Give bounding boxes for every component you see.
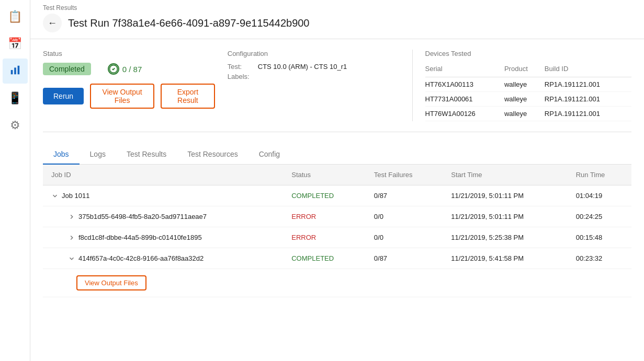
job-failures: 0/87 [366, 185, 443, 206]
job-status: ERROR [283, 206, 366, 227]
child-job-id-text: 375b1d55-6498-4fb5-8a20-5ad9711aeae7 [78, 213, 207, 220]
status-row: Completed 0 / 87 [43, 63, 215, 75]
job-status: COMPLETED [283, 185, 366, 206]
job-start-time: 11/21/2019, 5:01:11 PM [443, 185, 567, 206]
sidebar-item-calendar[interactable]: 📅 [3, 31, 28, 56]
view-output-cell: View Output Files [43, 269, 631, 297]
child-job-id-text: 414f657a-4c0c-42c8-9166-aa76f8aa32d2 [78, 254, 204, 262]
expand-button[interactable] [68, 234, 78, 241]
phone-icon: 📱 [8, 92, 22, 104]
jobs-table-section: Job ID Status Test Failures Start Time R… [43, 165, 631, 297]
device-serial: HT76X1A00113 [425, 77, 504, 92]
col-job-id: Job ID [43, 165, 283, 185]
tabs: Jobs Logs Test Results Test Resources Co… [43, 145, 631, 165]
action-buttons: Rerun View Output Files Export Result [43, 84, 215, 109]
col-start-time: Start Time [443, 165, 567, 185]
devices-table-row: HT76X1A00113 walleye RP1A.191121.001 [425, 77, 632, 92]
check-circle-icon [108, 63, 119, 75]
col-run-time: Run Time [568, 165, 631, 185]
check-count-text: 0 / 87 [122, 65, 142, 74]
sidebar-item-settings[interactable]: ⚙ [3, 113, 28, 138]
expand-button[interactable] [51, 192, 62, 200]
check-count: 0 / 87 [108, 63, 142, 75]
tab-logs[interactable]: Logs [80, 145, 116, 165]
jobs-table: Job ID Status Test Failures Start Time R… [43, 165, 631, 297]
job-run-time: 00:15:48 [568, 227, 631, 248]
config-test-key: Test: [228, 63, 254, 71]
job-id-cell: 375b1d55-6498-4fb5-8a20-5ad9711aeae7 [43, 206, 283, 227]
devices-table-row: HT76W1A00126 walleye RP1A.191121.001 [425, 107, 632, 121]
device-product: walleye [504, 77, 545, 92]
job-start-time: 11/21/2019, 5:41:58 PM [443, 248, 567, 269]
device-build-id: RP1A.191121.001 [545, 77, 631, 92]
tab-test-results[interactable]: Test Results [116, 145, 177, 165]
devices-col: Devices Tested Serial Product Build ID H… [412, 50, 632, 121]
clipboard-icon: 📋 [8, 11, 22, 22]
tab-jobs[interactable]: Jobs [43, 145, 80, 165]
config-test-value: CTS 10.0 (ARM) - CTS 10_r1 [258, 63, 347, 71]
tab-test-resources[interactable]: Test Resources [177, 145, 248, 165]
table-row: f8cd1c8f-dbbe-44a5-899b-c01410fe1895 ERR… [43, 227, 631, 248]
job-status: ERROR [283, 227, 366, 248]
job-id-cell: 414f657a-4c0c-42c8-9166-aa76f8aa32d2 [43, 248, 283, 269]
device-serial: HT76W1A00126 [425, 107, 504, 121]
job-failures: 0/0 [366, 206, 443, 227]
device-build-id: RP1A.191121.001 [545, 92, 631, 107]
view-output-row: View Output Files [43, 269, 631, 297]
job-run-time: 00:23:32 [568, 248, 631, 269]
job-failures: 0/87 [366, 248, 443, 269]
content-area: Status Completed 0 / 87 Rerun View Outpu… [30, 39, 644, 361]
view-output-button[interactable]: View Output Files [90, 84, 154, 109]
config-labels-row: Labels: [228, 73, 400, 80]
sidebar-item-phone[interactable]: 📱 [3, 86, 28, 111]
svg-rect-2 [17, 66, 19, 75]
back-button[interactable]: ← [43, 14, 62, 32]
header: Test Results ← Test Run 7f38a1e4-6e66-40… [30, 0, 644, 39]
back-arrow-icon: ← [48, 18, 57, 29]
status-label: Status [43, 50, 215, 57]
chart-icon [9, 64, 21, 78]
job-run-time: 00:24:25 [568, 206, 631, 227]
svg-rect-0 [10, 70, 13, 74]
svg-rect-1 [14, 67, 16, 74]
devices-table-row: HT7731A00061 walleye RP1A.191121.001 [425, 92, 632, 107]
col-test-failures: Test Failures [366, 165, 443, 185]
expand-button[interactable] [68, 255, 78, 262]
page-title: Test Run 7f38a1e4-6e66-4091-a897-9e11544… [68, 17, 310, 29]
info-section: Status Completed 0 / 87 Rerun View Outpu… [43, 50, 631, 132]
config-labels-key: Labels: [228, 73, 254, 80]
rerun-button[interactable]: Rerun [43, 88, 84, 104]
status-badge: Completed [43, 63, 91, 75]
job-id-cell: Job 1011 [43, 185, 283, 206]
status-col: Status Completed 0 / 87 Rerun View Outpu… [43, 50, 228, 121]
view-output-inline-button[interactable]: View Output Files [76, 275, 146, 290]
breadcrumb: Test Results [43, 4, 631, 11]
job-failures: 0/0 [366, 227, 443, 248]
table-row: Job 1011 COMPLETED 0/87 11/21/2019, 5:01… [43, 185, 631, 206]
calendar-icon: 📅 [8, 38, 22, 50]
device-serial: HT7731A00061 [425, 92, 504, 107]
device-product: walleye [504, 92, 545, 107]
sidebar: 📋 📅 📱 ⚙ [0, 0, 30, 361]
expand-button[interactable] [68, 213, 78, 220]
sidebar-item-chart[interactable] [3, 59, 28, 84]
job-run-time: 01:04:19 [568, 185, 631, 206]
export-result-button[interactable]: Export Result [161, 84, 215, 109]
job-id-cell: f8cd1c8f-dbbe-44a5-899b-c01410fe1895 [43, 227, 283, 248]
table-row: 375b1d55-6498-4fb5-8a20-5ad9711aeae7 ERR… [43, 206, 631, 227]
job-id-text: Job 1011 [62, 192, 90, 200]
job-start-time: 11/21/2019, 5:01:11 PM [443, 206, 567, 227]
settings-icon: ⚙ [10, 120, 20, 131]
devices-label: Devices Tested [425, 50, 632, 57]
job-start-time: 11/21/2019, 5:25:38 PM [443, 227, 567, 248]
col-status: Status [283, 165, 366, 185]
job-status: COMPLETED [283, 248, 366, 269]
config-test-row: Test: CTS 10.0 (ARM) - CTS 10_r1 [228, 63, 400, 71]
device-product: walleye [504, 107, 545, 121]
header-title-row: ← Test Run 7f38a1e4-6e66-4091-a897-9e115… [43, 14, 631, 32]
sidebar-item-clipboard[interactable]: 📋 [3, 4, 28, 29]
tab-config[interactable]: Config [248, 145, 290, 165]
devices-col-buildid: Build ID [545, 63, 631, 77]
devices-col-serial: Serial [425, 63, 504, 77]
devices-col-product: Product [504, 63, 545, 77]
